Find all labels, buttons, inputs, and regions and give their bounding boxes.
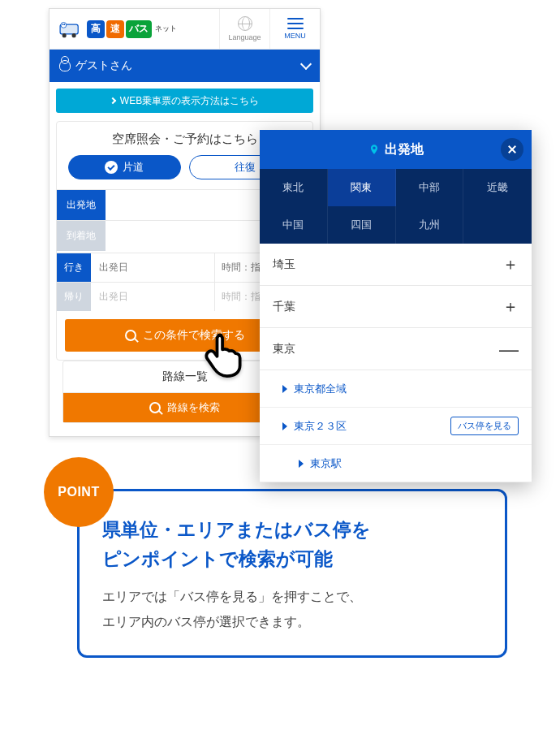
expand-icon: ＋: [502, 253, 519, 275]
view-stops-button[interactable]: バス停を見る: [450, 417, 519, 435]
logo-chip-ko: 高: [87, 20, 105, 38]
region-tab-kinki[interactable]: 近畿: [463, 169, 532, 206]
stop-row-tokyo-station[interactable]: 東京駅: [260, 445, 532, 482]
user-bar[interactable]: ゲストさん: [50, 50, 320, 82]
svg-point-2: [72, 33, 76, 37]
area-label: 東京都全域: [294, 382, 347, 396]
pref-row-chiba[interactable]: 千葉 ＋: [260, 286, 532, 328]
language-button[interactable]: Language: [219, 9, 269, 49]
outbound-date-field[interactable]: 出発日: [91, 253, 215, 282]
area-row-tokyo-all[interactable]: 東京都全域: [260, 370, 532, 408]
region-tab-tohoku[interactable]: 東北: [260, 169, 328, 206]
area-label: 東京２３区: [294, 419, 347, 434]
expand-icon: ＋: [502, 296, 519, 318]
pref-label: 千葉: [273, 300, 295, 314]
point-callout: POINT 県単位・エリアまたはバス停を ピンポイントで検索が可能 エリアでは「…: [77, 489, 507, 658]
pref-label: 東京: [273, 342, 295, 357]
check-icon: [105, 161, 118, 174]
departure-tag: 出発地: [57, 190, 106, 220]
oneway-pill[interactable]: 片道: [68, 155, 181, 179]
return-tag: 帰り: [57, 283, 91, 311]
departure-picker-overlay: 出発地 東北 関東 中部 近畿 中国 四国 九州 埼玉 ＋ 千葉 ＋ 東京 — …: [260, 130, 532, 482]
stop-label: 東京駅: [310, 456, 342, 471]
caret-right-icon: [110, 97, 116, 104]
menu-button[interactable]: MENU: [269, 9, 320, 49]
overlay-header: 出発地: [260, 130, 532, 169]
logo-text: 高 速 バス ネット: [87, 20, 177, 38]
region-tab-chubu[interactable]: 中部: [396, 169, 464, 206]
region-tab-kyushu[interactable]: 九州: [396, 206, 464, 244]
region-tab-kanto[interactable]: 関東: [328, 169, 396, 206]
triangle-icon: [299, 460, 304, 468]
logo-net: ネット: [155, 24, 177, 34]
prefecture-list: 埼玉 ＋ 千葉 ＋ 東京 — 東京都全域 東京２３区 バス停を見る 東京駅: [260, 244, 532, 482]
return-date-field: 出発日: [91, 283, 215, 311]
person-icon: [59, 60, 71, 71]
oneway-label: 片道: [123, 160, 144, 175]
chevron-down-icon: [300, 58, 312, 70]
app-header: 高 速 バス ネット Language MENU: [50, 9, 320, 50]
region-tab-chugoku[interactable]: 中国: [260, 206, 328, 244]
callout-heading: 県単位・エリアまたはバス停を ピンポイントで検索が可能: [102, 516, 482, 573]
svg-point-1: [62, 33, 67, 37]
pref-row-saitama[interactable]: 埼玉 ＋: [260, 244, 532, 286]
guest-label: ゲストさん: [75, 58, 132, 73]
route-button-label: 路線を検索: [167, 400, 220, 415]
arrival-tag: 到着地: [57, 221, 106, 251]
region-tab-shikoku[interactable]: 四国: [328, 206, 396, 244]
globe-icon: [238, 16, 252, 31]
menu-label: MENU: [284, 32, 306, 40]
svg-point-4: [62, 24, 64, 25]
triangle-icon: [282, 385, 287, 393]
logo[interactable]: 高 速 バス ネット: [50, 9, 219, 49]
pref-row-tokyo[interactable]: 東京 —: [260, 328, 532, 370]
svg-point-5: [64, 24, 66, 25]
hamburger-icon: [287, 18, 304, 29]
outbound-tag: 行き: [57, 253, 91, 282]
triangle-icon: [282, 422, 287, 430]
region-tabs: 東北 関東 中部 近畿 中国 四国 九州: [260, 169, 532, 244]
area-row-tokyo-23[interactable]: 東京２３区 バス停を見る: [260, 408, 532, 445]
svg-point-3: [61, 22, 67, 28]
bus-icon: [56, 18, 84, 41]
overlay-title: 出発地: [385, 141, 424, 158]
pin-icon: [368, 142, 380, 157]
search-icon: [149, 402, 161, 413]
roundtrip-label: 往復: [235, 160, 256, 175]
region-tab-empty: [463, 206, 532, 244]
logo-chip-so: 速: [106, 20, 124, 38]
logo-chip-bus: バス: [126, 20, 152, 38]
finger-cursor-icon: [199, 329, 248, 378]
point-badge: POINT: [44, 457, 114, 527]
callout-body: エリアでは「バス停を見る」を押すことで、 エリア内のバス停が選択できます。: [102, 585, 482, 634]
language-label: Language: [228, 33, 261, 41]
pref-label: 埼玉: [273, 257, 295, 272]
web-ticket-banner[interactable]: WEB乗車票の表示方法はこちら: [56, 89, 313, 113]
close-button[interactable]: [501, 138, 523, 161]
web-ticket-label: WEB乗車票の表示方法はこちら: [120, 94, 259, 108]
search-icon: [125, 330, 136, 341]
